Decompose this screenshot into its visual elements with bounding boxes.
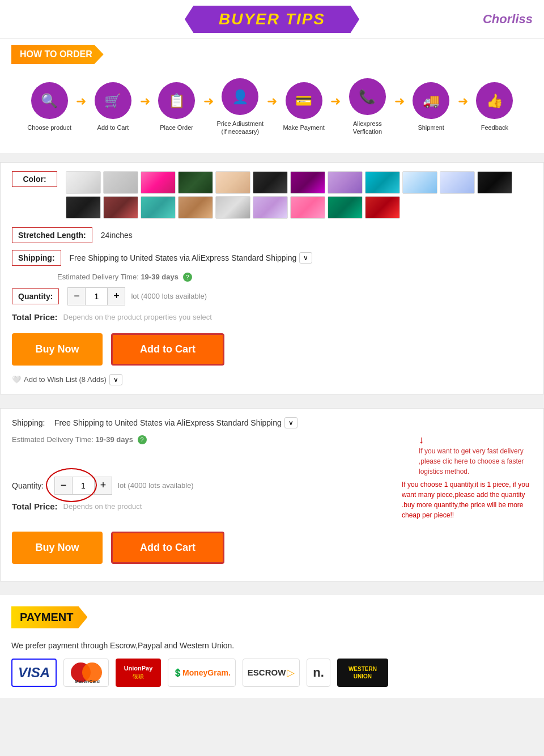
stretched-value: 24inches (101, 231, 133, 240)
payment-description: We prefer payment through Escrow,Paypal … (11, 641, 533, 650)
add-to-cart-button[interactable]: Add to Cart (111, 333, 224, 366)
delivery-note: Estimated Delivery Time: 19-39 days ? (57, 273, 532, 282)
shipping-select-2: Free Shipping to United States via AliEx… (54, 417, 298, 428)
buy-now-button-2[interactable]: Buy Now (12, 532, 103, 564)
swatch-4[interactable] (178, 171, 213, 194)
swatch-15[interactable] (141, 196, 176, 219)
step-2-circle: 🛒 (95, 82, 131, 119)
quantity-note-2: lot (4000 lots available) (118, 481, 194, 490)
quantity-annotation: If you choose 1 quantity,it is 1 piece, … (402, 477, 532, 520)
swatch-3[interactable] (141, 171, 176, 194)
wish-list-text[interactable]: Add to Wish List (8 Adds) (24, 375, 107, 384)
step-5: 💳 Make Payment (277, 82, 330, 131)
quantity-decrease[interactable]: − (68, 288, 85, 305)
step-8-label: Feedback (481, 124, 508, 131)
moneygram-logo: 💲MoneyGram. (168, 659, 236, 687)
shipping-row-2: Shipping: Free Shipping to United States… (12, 417, 407, 428)
shipping-annotation-row: Shipping: Free Shipping to United States… (12, 417, 532, 477)
color-swatches (66, 171, 532, 219)
header: BUYER TIPS Chorliss (0, 0, 544, 39)
step-5-circle: 💳 (286, 82, 322, 119)
step-1-label: Choose product (27, 124, 71, 131)
quantity-section-2: Quantity: − + lot (4000 lots available) … (12, 477, 390, 518)
total-value-2: Depends on the product (63, 502, 142, 511)
swatch-6[interactable] (253, 171, 288, 194)
action-buttons: Buy Now Add to Cart (12, 333, 532, 366)
step-6-label: Aliexpress Verfication (341, 120, 394, 136)
shipping-dropdown[interactable]: ∨ (299, 252, 312, 264)
swatch-9[interactable] (365, 171, 400, 194)
payment-logos: VISA MasterCard UnionPay 银联 💲MoneyGram. … (11, 659, 533, 687)
swatch-2[interactable] (103, 171, 138, 194)
quantity-control-2: − + (54, 477, 112, 495)
swatch-5[interactable] (215, 171, 250, 194)
wish-dropdown[interactable]: ∨ (109, 374, 122, 385)
wu-text: WESTERNUNION (348, 665, 377, 680)
swatch-21[interactable] (365, 196, 400, 219)
step-6-circle: 📞 (349, 78, 386, 115)
help-icon[interactable]: ? (183, 273, 192, 282)
shipping-value-2: Free Shipping to United States via AliEx… (54, 418, 282, 427)
quantity-decrease-2[interactable]: − (55, 477, 72, 494)
swatch-10[interactable] (402, 171, 437, 194)
escrow-arrow-icon: ▷ (287, 666, 295, 679)
quantity-input[interactable] (85, 288, 108, 305)
wish-list-row: 🤍 Add to Wish List (8 Adds) ∨ (12, 374, 532, 385)
arrow-1: ➜ (76, 94, 86, 109)
truck-icon: 🚚 (423, 93, 440, 109)
person-icon: 👤 (232, 89, 249, 105)
swatch-19[interactable] (290, 196, 325, 219)
quantity-circle-wrapper: − + (54, 477, 112, 495)
step-8-circle: 👍 (476, 82, 513, 119)
buy-now-button[interactable]: Buy Now (12, 333, 103, 366)
arrow-5: ➜ (330, 94, 341, 109)
total-value: Depends on the product properties you se… (63, 313, 212, 321)
swatch-18[interactable] (253, 196, 288, 219)
quantity-increase-2[interactable]: + (95, 477, 112, 494)
quantity-annotation-row: Quantity: − + lot (4000 lots available) … (12, 477, 532, 520)
total-label: Total Price: (12, 312, 58, 322)
color-label: Color: (12, 171, 57, 187)
step-7-circle: 🚚 (413, 82, 449, 119)
shipping-main: Shipping: Free Shipping to United States… (12, 417, 407, 477)
quantity-increase[interactable]: + (108, 288, 125, 305)
swatch-1[interactable] (66, 171, 101, 194)
swatch-13[interactable] (66, 196, 101, 219)
step-3-label: Place Order (160, 124, 193, 131)
add-to-cart-button-2[interactable]: Add to Cart (111, 532, 224, 564)
arrow-icon: ↓ (419, 434, 532, 446)
cart-icon: 🛒 (104, 93, 121, 109)
order-icon: 📋 (168, 93, 185, 109)
phone-icon: 📞 (359, 89, 376, 105)
delivery-note-2: Estimated Delivery Time: 19-39 days ? (12, 435, 407, 444)
swatch-20[interactable] (328, 196, 363, 219)
shipping-value: Free Shipping to United States via AliEx… (70, 253, 297, 262)
shipping-annotation: ↓ If you want to get very fast delivery … (419, 417, 532, 477)
product-section-2: Shipping: Free Shipping to United States… (0, 408, 544, 581)
how-to-order-section: HOW TO ORDER 🔍 Choose product ➜ 🛒 Add to… (0, 39, 544, 153)
visa-text: VISA (18, 665, 50, 681)
quantity-tip: If you choose 1 quantity,it is 1 piece, … (402, 479, 532, 520)
help-icon-2[interactable]: ? (138, 435, 147, 444)
step-4-circle: 👤 (222, 78, 258, 115)
shipping-dropdown-2[interactable]: ∨ (284, 417, 298, 428)
western-union-logo: WESTERNUNION (337, 659, 388, 687)
visa-logo: VISA (11, 659, 57, 687)
swatch-11[interactable] (440, 171, 475, 194)
swatch-7[interactable] (290, 171, 325, 194)
total-row: Total Price: Depends on the product prop… (12, 312, 532, 322)
step-1-circle: 🔍 (31, 82, 68, 119)
arrow-4: ➜ (267, 94, 277, 109)
step-7-label: Shipment (418, 124, 444, 131)
arrow-2: ➜ (140, 94, 150, 109)
search-icon: 🔍 (41, 93, 58, 109)
swatch-8[interactable] (328, 171, 363, 194)
buyer-tips-banner: BUYER TIPS (185, 6, 359, 33)
step-3: 📋 Place Order (150, 82, 203, 131)
swatch-17[interactable] (215, 196, 250, 219)
swatch-12[interactable] (477, 171, 512, 194)
quantity-input-2[interactable] (72, 477, 95, 494)
neteller-text: n. (313, 665, 324, 680)
swatch-16[interactable] (178, 196, 213, 219)
swatch-14[interactable] (103, 196, 138, 219)
